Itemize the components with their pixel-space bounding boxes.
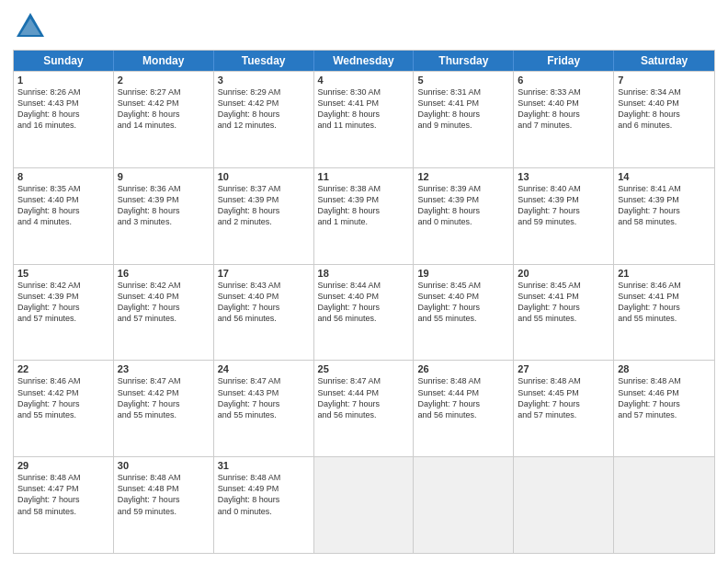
day-number: 25 <box>318 363 410 374</box>
cal-cell: 29Sunrise: 8:48 AM Sunset: 4:47 PM Dayli… <box>14 457 114 553</box>
cal-cell: 12Sunrise: 8:39 AM Sunset: 4:39 PM Dayli… <box>414 168 514 264</box>
day-number: 24 <box>218 363 310 374</box>
cell-content: Sunrise: 8:42 AM Sunset: 4:39 PM Dayligh… <box>17 280 109 325</box>
cal-cell: 28Sunrise: 8:48 AM Sunset: 4:46 PM Dayli… <box>614 361 714 456</box>
cal-header-tuesday: Tuesday <box>214 51 314 71</box>
cell-content: Sunrise: 8:48 AM Sunset: 4:44 PM Dayligh… <box>417 375 509 420</box>
cal-cell: 15Sunrise: 8:42 AM Sunset: 4:39 PM Dayli… <box>14 265 114 361</box>
day-number: 18 <box>318 268 410 279</box>
cal-cell: 17Sunrise: 8:43 AM Sunset: 4:40 PM Dayli… <box>214 265 314 361</box>
cell-content: Sunrise: 8:33 AM Sunset: 4:40 PM Dayligh… <box>518 86 609 132</box>
cell-content: Sunrise: 8:47 AM Sunset: 4:44 PM Dayligh… <box>318 375 410 420</box>
cell-content: Sunrise: 8:47 AM Sunset: 4:42 PM Dayligh… <box>118 375 210 420</box>
cal-cell <box>614 457 714 553</box>
cal-cell: 25Sunrise: 8:47 AM Sunset: 4:44 PM Dayli… <box>314 361 415 456</box>
cell-content: Sunrise: 8:46 AM Sunset: 4:41 PM Dayligh… <box>618 280 711 325</box>
day-number: 4 <box>318 75 410 86</box>
cal-row-3: 15Sunrise: 8:42 AM Sunset: 4:39 PM Dayli… <box>14 264 714 361</box>
day-number: 30 <box>118 460 210 471</box>
day-number: 11 <box>318 171 410 182</box>
cell-content: Sunrise: 8:26 AM Sunset: 4:43 PM Dayligh… <box>17 86 109 132</box>
cal-header-saturday: Saturday <box>614 51 714 71</box>
day-number: 9 <box>118 171 210 182</box>
cell-content: Sunrise: 8:48 AM Sunset: 4:46 PM Dayligh… <box>618 375 711 420</box>
cell-content: Sunrise: 8:45 AM Sunset: 4:40 PM Dayligh… <box>417 280 509 325</box>
cal-header-wednesday: Wednesday <box>314 51 415 71</box>
day-number: 28 <box>618 363 711 374</box>
day-number: 17 <box>218 268 310 279</box>
cell-content: Sunrise: 8:42 AM Sunset: 4:40 PM Dayligh… <box>118 280 210 325</box>
cal-header-monday: Monday <box>114 51 214 71</box>
day-number: 23 <box>118 363 210 374</box>
cal-header-sunday: Sunday <box>14 51 114 71</box>
cal-cell: 27Sunrise: 8:48 AM Sunset: 4:45 PM Dayli… <box>514 361 614 456</box>
cell-content: Sunrise: 8:48 AM Sunset: 4:49 PM Dayligh… <box>218 472 310 517</box>
day-number: 26 <box>417 363 509 374</box>
cal-cell: 13Sunrise: 8:40 AM Sunset: 4:39 PM Dayli… <box>514 168 614 264</box>
day-number: 16 <box>118 268 210 279</box>
day-number: 13 <box>518 171 609 182</box>
cell-content: Sunrise: 8:48 AM Sunset: 4:47 PM Dayligh… <box>17 472 109 517</box>
cal-cell: 19Sunrise: 8:45 AM Sunset: 4:40 PM Dayli… <box>414 265 514 361</box>
logo-icon <box>13 9 48 44</box>
cell-content: Sunrise: 8:31 AM Sunset: 4:41 PM Dayligh… <box>417 86 509 132</box>
cell-content: Sunrise: 8:36 AM Sunset: 4:39 PM Dayligh… <box>118 183 210 228</box>
day-number: 12 <box>417 171 509 182</box>
day-number: 27 <box>518 363 609 374</box>
calendar-body: 1Sunrise: 8:26 AM Sunset: 4:43 PM Daylig… <box>14 71 714 553</box>
header <box>13 9 715 44</box>
cal-cell: 23Sunrise: 8:47 AM Sunset: 4:42 PM Dayli… <box>114 361 214 456</box>
cal-row-2: 8Sunrise: 8:35 AM Sunset: 4:40 PM Daylig… <box>14 167 714 264</box>
day-number: 10 <box>218 171 310 182</box>
cal-cell: 7Sunrise: 8:34 AM Sunset: 4:40 PM Daylig… <box>614 72 714 167</box>
calendar: SundayMondayTuesdayWednesdayThursdayFrid… <box>13 50 715 554</box>
cell-content: Sunrise: 8:43 AM Sunset: 4:40 PM Dayligh… <box>218 280 310 325</box>
cell-content: Sunrise: 8:34 AM Sunset: 4:40 PM Dayligh… <box>618 86 711 132</box>
cell-content: Sunrise: 8:29 AM Sunset: 4:42 PM Dayligh… <box>218 86 310 132</box>
day-number: 1 <box>17 75 109 86</box>
cell-content: Sunrise: 8:27 AM Sunset: 4:42 PM Dayligh… <box>118 86 210 132</box>
cal-cell: 14Sunrise: 8:41 AM Sunset: 4:39 PM Dayli… <box>614 168 714 264</box>
cal-row-4: 22Sunrise: 8:46 AM Sunset: 4:42 PM Dayli… <box>14 360 714 456</box>
cal-cell: 5Sunrise: 8:31 AM Sunset: 4:41 PM Daylig… <box>414 72 514 167</box>
day-number: 2 <box>118 75 210 86</box>
cell-content: Sunrise: 8:39 AM Sunset: 4:39 PM Dayligh… <box>417 183 509 228</box>
cell-content: Sunrise: 8:40 AM Sunset: 4:39 PM Dayligh… <box>518 183 609 228</box>
cal-cell: 9Sunrise: 8:36 AM Sunset: 4:39 PM Daylig… <box>114 168 214 264</box>
day-number: 14 <box>618 171 711 182</box>
cell-content: Sunrise: 8:48 AM Sunset: 4:45 PM Dayligh… <box>518 375 609 420</box>
cell-content: Sunrise: 8:38 AM Sunset: 4:39 PM Dayligh… <box>318 183 410 228</box>
day-number: 21 <box>618 268 711 279</box>
cal-row-5: 29Sunrise: 8:48 AM Sunset: 4:47 PM Dayli… <box>14 456 714 553</box>
page: SundayMondayTuesdayWednesdayThursdayFrid… <box>0 0 728 563</box>
day-number: 5 <box>417 75 509 86</box>
day-number: 20 <box>518 268 609 279</box>
cell-content: Sunrise: 8:46 AM Sunset: 4:42 PM Dayligh… <box>17 375 109 420</box>
cal-cell <box>514 457 614 553</box>
day-number: 8 <box>17 171 109 182</box>
cell-content: Sunrise: 8:45 AM Sunset: 4:41 PM Dayligh… <box>518 280 609 325</box>
cell-content: Sunrise: 8:47 AM Sunset: 4:43 PM Dayligh… <box>218 375 310 420</box>
cal-cell: 18Sunrise: 8:44 AM Sunset: 4:40 PM Dayli… <box>314 265 415 361</box>
cal-cell: 20Sunrise: 8:45 AM Sunset: 4:41 PM Dayli… <box>514 265 614 361</box>
cell-content: Sunrise: 8:35 AM Sunset: 4:40 PM Dayligh… <box>17 183 109 228</box>
cell-content: Sunrise: 8:41 AM Sunset: 4:39 PM Dayligh… <box>618 183 711 228</box>
logo-svg <box>13 9 48 44</box>
day-number: 7 <box>618 75 711 86</box>
day-number: 3 <box>218 75 310 86</box>
cal-header-thursday: Thursday <box>414 51 514 71</box>
cell-content: Sunrise: 8:48 AM Sunset: 4:48 PM Dayligh… <box>118 472 210 517</box>
cell-content: Sunrise: 8:30 AM Sunset: 4:41 PM Dayligh… <box>318 86 410 132</box>
cal-cell: 21Sunrise: 8:46 AM Sunset: 4:41 PM Dayli… <box>614 265 714 361</box>
cell-content: Sunrise: 8:44 AM Sunset: 4:40 PM Dayligh… <box>318 280 410 325</box>
day-number: 15 <box>17 268 109 279</box>
cal-cell: 26Sunrise: 8:48 AM Sunset: 4:44 PM Dayli… <box>414 361 514 456</box>
cal-cell: 1Sunrise: 8:26 AM Sunset: 4:43 PM Daylig… <box>14 72 114 167</box>
cal-header-friday: Friday <box>514 51 614 71</box>
cal-cell: 22Sunrise: 8:46 AM Sunset: 4:42 PM Dayli… <box>14 361 114 456</box>
day-number: 29 <box>17 460 109 471</box>
cal-cell: 3Sunrise: 8:29 AM Sunset: 4:42 PM Daylig… <box>214 72 314 167</box>
cal-cell <box>414 457 514 553</box>
day-number: 22 <box>17 363 109 374</box>
cal-cell: 16Sunrise: 8:42 AM Sunset: 4:40 PM Dayli… <box>114 265 214 361</box>
